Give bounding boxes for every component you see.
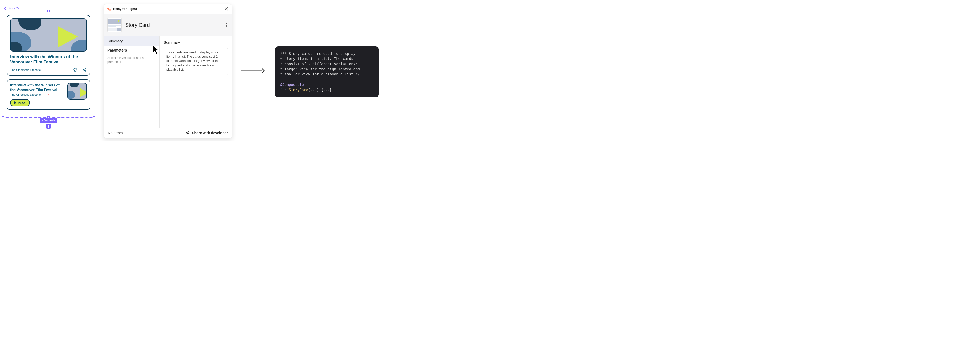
code-comment: * consist of 2 different variations: [280,62,358,66]
more-menu-icon[interactable] [224,23,228,27]
summary-textarea[interactable] [164,48,228,75]
story-card-small[interactable]: Interview with the Winners of the Vancou… [6,79,90,110]
svg-point-5 [188,134,189,134]
selection-handle[interactable] [93,63,95,65]
sidebar-item-summary[interactable]: Summary [104,37,159,46]
code-comment: * smaller view for a playable list.*/ [280,72,360,76]
selection-handle[interactable] [2,116,4,118]
variants-badge: 2 Variants [40,118,57,123]
meta-row: The Cinematic Lifestyle [10,68,87,72]
svg-point-1 [85,68,86,69]
sidebar-help-text: Select a layer first to add a parameter [104,55,159,64]
relay-main: Summary [159,37,232,127]
selection-handle[interactable] [93,116,95,118]
code-comment: /** Story cards are used to display [280,51,355,56]
dot-indicator [48,94,49,95]
story-subtitle: The Cinematic Lifestyle [10,68,41,72]
component-label: Story Card [3,6,22,10]
relay-panel: Relay for Figma Story Card Summary Param… [103,4,232,138]
relay-brand-text: Relay for Figma [113,7,137,11]
play-button[interactable]: PLAY [10,99,30,106]
story-card-large[interactable]: Interview with the Winners of the Vancou… [6,15,90,76]
selection-handle[interactable] [93,10,95,12]
code-comment: * story items in a list. The cards [280,57,353,61]
code-fn-name: StoryCard [289,88,308,92]
share-icon [185,131,189,135]
story-subtitle: The Cinematic Lifestyle [10,93,41,96]
selection-handle[interactable] [2,10,4,12]
component-icon [4,7,6,10]
relay-header: Story Card [104,14,232,37]
figma-canvas: Story Card Interview with the Winners of… [3,6,94,118]
code-keyword: fun [280,88,289,92]
section-heading: Summary [164,40,228,44]
relay-brand: Relay for Figma [107,7,137,11]
code-annotation: @Composable [280,83,304,87]
component-title: Story Card [125,22,221,28]
share-label: Share with developer [192,131,228,135]
component-label-text: Story Card [8,6,22,10]
close-icon[interactable] [224,7,228,11]
relay-titlebar: Relay for Figma [104,4,232,14]
code-rest: (...) {...} [308,88,332,92]
selection-handle[interactable] [48,10,49,12]
component-thumbnail [107,18,122,32]
code-preview: /** Story cards are used to display * st… [275,46,379,97]
play-icon [14,102,16,104]
play-icon [80,88,87,97]
selection-frame[interactable]: Interview with the Winners of the Vancou… [3,11,94,118]
hero-thumbnail [10,18,87,51]
sidebar-item-parameters[interactable]: Parameters [104,46,159,55]
status-text: No errors [108,131,123,135]
story-title: Interview with the Winners of the Vancou… [10,83,64,92]
svg-point-3 [186,132,187,133]
svg-point-4 [188,131,189,132]
share-with-developer-button[interactable]: Share with developer [185,131,228,135]
play-label: PLAY [18,101,26,104]
selection-handle[interactable] [2,63,4,65]
relay-sidebar: Summary Parameters Select a layer first … [104,37,159,127]
story-title: Interview with the Winners of the Vancou… [10,54,87,65]
play-icon [58,26,78,48]
code-comment: * larger view for the highlighted and [280,67,360,71]
add-variant-button[interactable] [46,124,51,129]
relay-logo-icon [107,7,111,11]
relay-footer: No errors Share with developer [104,127,232,138]
share-icon[interactable] [82,68,87,72]
svg-point-2 [85,70,86,71]
mini-thumbnail [67,83,87,100]
arrow-right-icon [240,67,265,75]
svg-point-0 [83,69,84,70]
heart-icon[interactable] [73,68,78,72]
